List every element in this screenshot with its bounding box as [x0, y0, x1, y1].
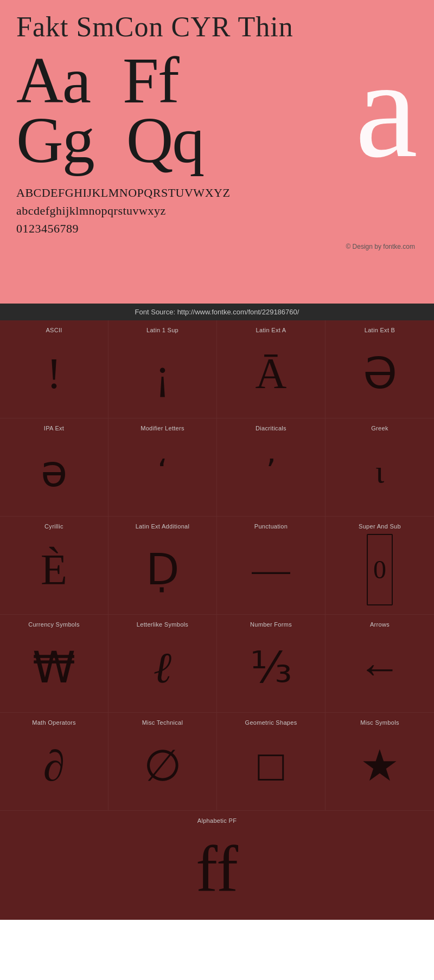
- label-ascii: ASCII: [5, 327, 103, 333]
- cell-ipaext: IPA Ext ə: [0, 418, 108, 516]
- source-text: Font Source: http://www.fontke.com/font/…: [135, 308, 299, 316]
- cell-currency: Currency Symbols ₩: [0, 615, 108, 712]
- cell-latinextb: Latin Ext B Ə: [326, 320, 434, 418]
- glyph-gg: Gg: [16, 108, 94, 173]
- glyph-superandsub: 0: [367, 534, 393, 605]
- glyph-miscsymbols: ★: [360, 730, 399, 802]
- glyph-arrows: ←: [358, 632, 401, 704]
- cell-superandsub: Super And Sub 0: [326, 517, 434, 614]
- glyph-ascii: !: [47, 338, 61, 409]
- cell-arrows: Arrows ←: [326, 615, 434, 712]
- cell-latinexta: Latin Ext A Ā: [217, 320, 326, 418]
- label-ipaext: IPA Ext: [5, 425, 103, 431]
- cell-mathop: Math Operators ∂: [0, 713, 108, 810]
- glyph-currency: ₩: [33, 632, 75, 704]
- label-punctuation: Punctuation: [222, 523, 320, 530]
- cell-miscsymbols: Misc Symbols ★: [326, 713, 434, 810]
- glyph-latinextadd: Ḍ: [146, 534, 180, 605]
- label-alphabeticpf: Alphabetic PF: [5, 817, 429, 824]
- large-a-glyph: a: [355, 38, 418, 179]
- label-miscsymbols: Misc Symbols: [331, 719, 429, 726]
- cell-alphabeticpf: Alphabetic PF ff: [0, 811, 434, 919]
- glyph-mathop: ∂: [43, 730, 65, 802]
- glyph-punctuation: —: [252, 534, 290, 605]
- label-mathop: Math Operators: [5, 719, 103, 726]
- glyph-letterlike: ℓ: [154, 632, 171, 704]
- cell-punctuation: Punctuation —: [217, 517, 326, 614]
- label-arrows: Arrows: [331, 621, 429, 628]
- glyph-latinexta: Ā: [256, 338, 287, 409]
- alphabet-lower: abcdefghijklmnopqrstuvwxyz: [16, 202, 418, 220]
- alphabet-section: ABCDEFGHIJKLMNOPQRSTUVWXYZ abcdefghijklm…: [16, 184, 418, 237]
- cell-cyrillic: Cyrillic È: [0, 517, 108, 614]
- digits: 0123456789: [16, 220, 418, 237]
- glyphs-grid-section: ASCII ! Latin 1 Sup ¡ Latin Ext A Ā Lati…: [0, 320, 434, 920]
- glyph-misctech: ∅: [144, 730, 182, 802]
- label-latinextb: Latin Ext B: [331, 327, 429, 333]
- label-latinexta: Latin Ext A: [222, 327, 320, 333]
- glyph-greek: ι: [375, 436, 384, 507]
- glyph-ipaext: ə: [41, 436, 67, 507]
- label-superandsub: Super And Sub: [331, 523, 429, 530]
- glyph-alphabeticpf: ff: [196, 828, 238, 911]
- cell-misctech: Misc Technical ∅: [108, 713, 217, 810]
- cell-numberforms: Number Forms ⅓: [217, 615, 326, 712]
- grid-row-2: IPA Ext ə Modifier Letters ʻ Diacritical…: [0, 418, 434, 517]
- cell-modifier: Modifier Letters ʻ: [108, 418, 217, 516]
- cell-ascii: ASCII !: [0, 320, 108, 418]
- glyph-aa: Aa: [16, 48, 90, 113]
- cell-geoshapes: Geometric Shapes □: [217, 713, 326, 810]
- cell-greek: Greek ι: [326, 418, 434, 516]
- grid-row-3: Cyrillic È Latin Ext Additional Ḍ Punctu…: [0, 517, 434, 615]
- label-diacriticals: Diacriticals: [222, 425, 320, 431]
- glyph-diacriticals: ʼ: [266, 436, 276, 507]
- credit-line: © Design by fontke.com: [16, 243, 418, 250]
- glyph-cyrillic: È: [41, 534, 67, 605]
- label-currency: Currency Symbols: [5, 621, 103, 628]
- glyph-geoshapes: □: [258, 730, 284, 802]
- glyph-qq: Qq: [126, 108, 204, 173]
- label-cyrillic: Cyrillic: [5, 523, 103, 530]
- label-geoshapes: Geometric Shapes: [222, 719, 320, 726]
- label-greek: Greek: [331, 425, 429, 431]
- cell-letterlike: Letterlike Symbols ℓ: [108, 615, 217, 712]
- glyph-numberforms: ⅓: [250, 632, 292, 704]
- glyph-latin1sup: ¡: [155, 338, 170, 409]
- label-modifier: Modifier Letters: [114, 425, 211, 431]
- source-bar: Font Source: http://www.fontke.com/font/…: [0, 304, 434, 320]
- glyph-ff: Ff: [123, 48, 178, 113]
- cell-latinextadd: Latin Ext Additional Ḍ: [108, 517, 217, 614]
- grid-row-6: Alphabetic PF ff: [0, 811, 434, 920]
- glyph-latinextb: Ə: [363, 338, 397, 409]
- label-latinextadd: Latin Ext Additional: [114, 523, 211, 530]
- label-numberforms: Number Forms: [222, 621, 320, 628]
- header-section: Fakt SmCon CYR Thin a Aa Ff Gg Qq ABCDEF…: [0, 0, 434, 304]
- label-letterlike: Letterlike Symbols: [114, 621, 211, 628]
- label-latin1sup: Latin 1 Sup: [114, 327, 211, 333]
- grid-row-4: Currency Symbols ₩ Letterlike Symbols ℓ …: [0, 615, 434, 713]
- cell-diacriticals: Diacriticals ʼ: [217, 418, 326, 516]
- grid-row-1: ASCII ! Latin 1 Sup ¡ Latin Ext A Ā Lati…: [0, 320, 434, 418]
- grid-row-5: Math Operators ∂ Misc Technical ∅ Geomet…: [0, 713, 434, 811]
- cell-latin1sup: Latin 1 Sup ¡: [108, 320, 217, 418]
- glyph-modifier: ʻ: [157, 436, 168, 507]
- label-misctech: Misc Technical: [114, 719, 211, 726]
